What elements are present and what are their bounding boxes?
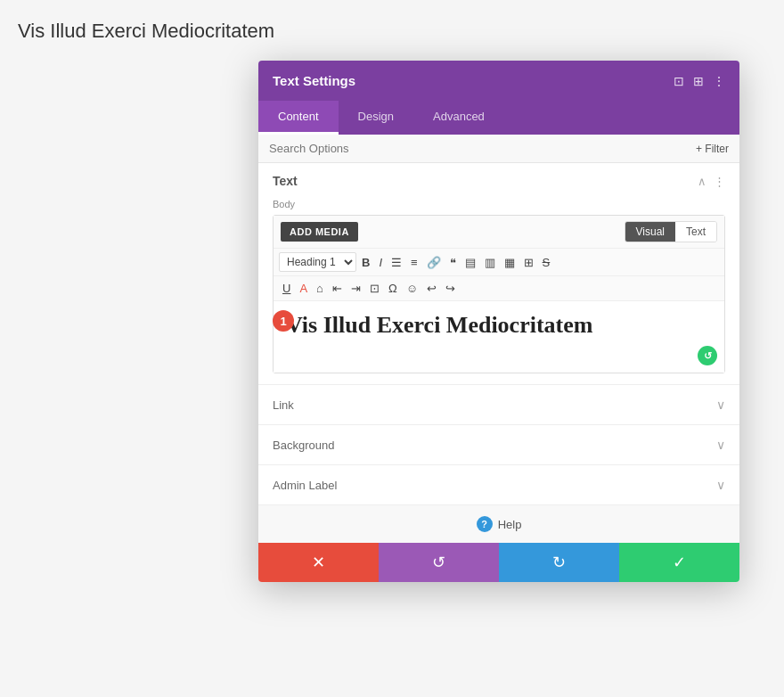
add-media-button[interactable]: ADD MEDIA xyxy=(281,222,358,242)
toolbar-bold[interactable]: B xyxy=(358,254,373,271)
section-icons: ∧ ⋮ xyxy=(698,175,725,188)
modal-tabs: Content Design Advanced xyxy=(258,101,739,135)
body-label: Body xyxy=(258,195,739,215)
page-title: Vis Illud Exerci Mediocritatem xyxy=(18,20,274,43)
background-arrow-icon: ∨ xyxy=(716,438,725,452)
toolbar-table[interactable]: ⊞ xyxy=(520,254,537,271)
visual-view-button[interactable]: Visual xyxy=(625,222,675,242)
columns-icon[interactable]: ⊞ xyxy=(693,75,704,87)
text-section-header: Text ∧ ⋮ xyxy=(258,163,739,195)
search-bar: + Filter xyxy=(258,135,739,163)
toolbar-ordered-list[interactable]: ≡ xyxy=(407,254,421,271)
help-icon: ? xyxy=(477,516,493,532)
redo-button[interactable]: ↻ xyxy=(499,543,619,582)
toolbar-underline[interactable]: U xyxy=(279,280,294,297)
filter-button[interactable]: + Filter xyxy=(696,143,729,155)
toolbar-row-1: Heading 1 Heading 2 Heading 3 Paragraph … xyxy=(274,249,724,276)
toolbar-indent-in[interactable]: ⇥ xyxy=(347,280,364,297)
toolbar-link[interactable]: 🔗 xyxy=(423,254,445,271)
editor-loader: ↺ xyxy=(698,346,717,365)
tab-advanced[interactable]: Advanced xyxy=(413,101,504,135)
editor-area: ADD MEDIA Visual Text Heading 1 Heading … xyxy=(273,215,725,373)
modal-footer: ? Help xyxy=(258,504,739,543)
toolbar-italic[interactable]: I xyxy=(375,254,386,271)
toolbar-emoji[interactable]: ☺ xyxy=(403,280,421,297)
toolbar-color[interactable]: A xyxy=(296,280,311,297)
toolbar-align-left[interactable]: ▤ xyxy=(461,254,479,271)
view-toggle: Visual Text xyxy=(625,221,717,242)
toolbar-row-2: U A ⌂ ⇤ ⇥ ⊡ Ω ☺ ↩ ↪ xyxy=(274,276,724,301)
tab-content[interactable]: Content xyxy=(258,101,339,135)
link-label: Link xyxy=(273,398,294,412)
toolbar-redo[interactable]: ↪ xyxy=(442,280,459,297)
toolbar-paste[interactable]: ⌂ xyxy=(313,280,327,297)
text-view-button[interactable]: Text xyxy=(675,222,716,242)
modal-header-icons: ⊡ ⊞ ⋮ xyxy=(674,75,725,87)
background-label: Background xyxy=(273,439,334,452)
heading-select[interactable]: Heading 1 Heading 2 Heading 3 Paragraph xyxy=(279,252,356,272)
tab-design[interactable]: Design xyxy=(339,101,413,135)
admin-label-label: Admin Label xyxy=(273,479,337,492)
undo-button[interactable]: ↺ xyxy=(379,543,499,582)
toolbar-undo[interactable]: ↩ xyxy=(423,280,440,297)
spacer xyxy=(258,373,739,384)
cancel-button[interactable]: ✕ xyxy=(258,543,379,582)
step-indicator: 1 xyxy=(273,310,294,332)
link-section: Link ∨ xyxy=(258,384,739,424)
text-settings-modal: Text Settings ⊡ ⊞ ⋮ Content Design Advan… xyxy=(258,61,739,582)
toolbar-align-right[interactable]: ▦ xyxy=(501,254,519,271)
toolbar-strikethrough[interactable]: S xyxy=(539,254,554,271)
link-section-header[interactable]: Link ∨ xyxy=(258,385,739,424)
background-section: Background ∨ xyxy=(258,424,739,464)
admin-label-section: Admin Label ∨ xyxy=(258,464,739,504)
toolbar-align-center[interactable]: ▥ xyxy=(481,254,499,271)
page-background: Vis Illud Exerci Mediocritatem Text Sett… xyxy=(0,0,784,697)
editor-content[interactable]: Vis Illud Exerci Mediocritatem ↺ xyxy=(274,301,724,373)
toolbar-special-chars[interactable]: Ω xyxy=(385,280,401,297)
admin-label-arrow-icon: ∨ xyxy=(716,478,725,492)
modal-title: Text Settings xyxy=(273,73,355,88)
toolbar-fullscreen[interactable]: ⊡ xyxy=(366,280,383,297)
toolbar-indent-out[interactable]: ⇤ xyxy=(329,280,346,297)
search-input[interactable] xyxy=(269,142,696,155)
more-icon[interactable]: ⋮ xyxy=(713,75,725,87)
collapse-icon[interactable]: ∧ xyxy=(698,175,706,188)
expand-icon[interactable]: ⊡ xyxy=(674,75,684,87)
section-more-icon[interactable]: ⋮ xyxy=(714,175,725,188)
modal-header: Text Settings ⊡ ⊞ ⋮ xyxy=(258,61,739,101)
text-section-title: Text xyxy=(273,174,298,188)
toolbar-blockquote[interactable]: ❝ xyxy=(446,254,460,271)
confirm-button[interactable]: ✓ xyxy=(619,543,739,582)
background-section-header[interactable]: Background ∨ xyxy=(258,425,739,464)
editor-top-bar: ADD MEDIA Visual Text xyxy=(274,216,724,249)
action-bar: ✕ ↺ ↻ ✓ xyxy=(258,543,739,582)
editor-text: Vis Illud Exerci Mediocritatem xyxy=(286,312,712,339)
admin-label-section-header[interactable]: Admin Label ∨ xyxy=(258,465,739,504)
toolbar-unordered-list[interactable]: ☰ xyxy=(388,254,405,271)
link-arrow-icon: ∨ xyxy=(716,398,725,412)
help-text[interactable]: Help xyxy=(498,518,522,531)
